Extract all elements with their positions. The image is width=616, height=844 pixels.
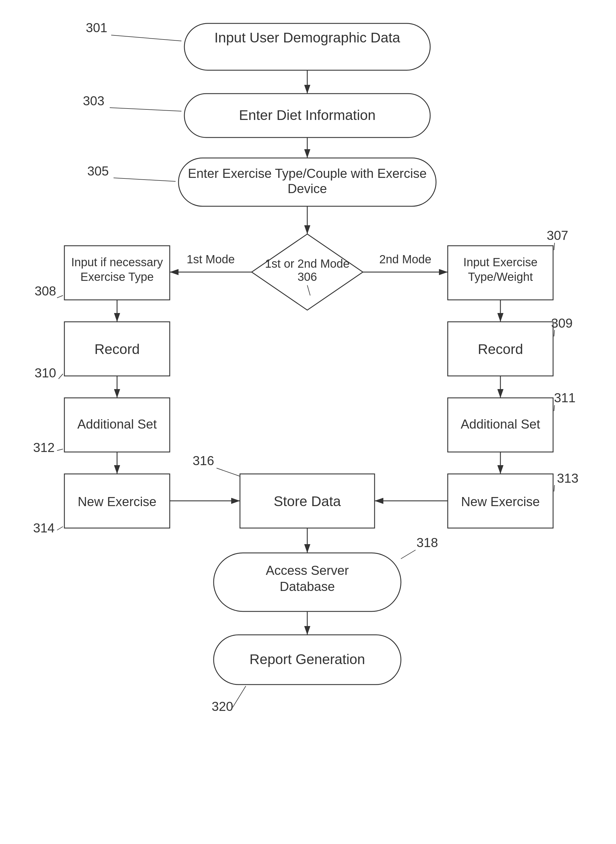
label-305a: Enter Exercise Type/Couple with Exercise bbox=[188, 166, 427, 180]
svg-line-6 bbox=[114, 178, 176, 182]
ref-314: 314 bbox=[33, 521, 54, 535]
label-320: Report Generation bbox=[249, 652, 365, 667]
svg-line-18 bbox=[554, 330, 554, 336]
label-311: Additional Set bbox=[461, 417, 540, 431]
ref-318: 318 bbox=[417, 535, 438, 550]
node-305: Enter Exercise Type/Couple with Exercise… bbox=[87, 158, 436, 206]
ref-311: 311 bbox=[554, 391, 575, 405]
label-303: Enter Diet Information bbox=[239, 107, 376, 123]
node-318: Access Server Database 318 bbox=[214, 535, 438, 611]
node-308: Input if necessary Exercise Type 308 bbox=[35, 246, 170, 300]
label-mode2: 2nd Mode bbox=[379, 253, 431, 266]
node-311: Additional Set 311 bbox=[448, 391, 576, 452]
label-316: Store Data bbox=[274, 494, 341, 509]
label-318: Database bbox=[280, 579, 335, 593]
ref-320: 320 bbox=[211, 699, 233, 714]
label-306a: 1st or 2nd Mode bbox=[265, 257, 349, 270]
svg-line-24 bbox=[57, 527, 63, 530]
ref-309: 309 bbox=[551, 316, 572, 330]
svg-text:Input Exercise: Input Exercise bbox=[463, 256, 537, 268]
svg-line-33 bbox=[233, 686, 246, 708]
node-307: Input Exercise Type/Weight 307 bbox=[448, 228, 568, 300]
node-303: Enter Diet Information 303 bbox=[83, 94, 430, 138]
svg-line-11 bbox=[57, 296, 63, 298]
ref-310: 310 bbox=[35, 366, 56, 380]
node-309: Record 309 bbox=[448, 316, 573, 376]
label-mode1: 1st Mode bbox=[187, 253, 235, 266]
ref-316: 316 bbox=[192, 453, 214, 468]
label-314: New Exercise bbox=[78, 494, 157, 509]
ref-312: 312 bbox=[33, 440, 54, 454]
label-305b: Device bbox=[287, 182, 327, 196]
ref-305: 305 bbox=[87, 164, 109, 178]
svg-line-20 bbox=[57, 449, 63, 451]
ref-301: 301 bbox=[86, 21, 107, 35]
node-306: 1st or 2nd Mode 306 bbox=[252, 234, 363, 310]
svg-line-26 bbox=[554, 485, 554, 491]
node-312: Additional Set 312 bbox=[33, 398, 170, 454]
svg-line-2 bbox=[111, 35, 182, 41]
label-310: Record bbox=[94, 341, 140, 357]
svg-line-14 bbox=[554, 243, 554, 250]
label-307: Type/Weight bbox=[468, 270, 533, 283]
svg-text:Input if necessary: Input if necessary bbox=[71, 256, 163, 268]
label-312: Additional Set bbox=[77, 417, 157, 431]
svg-line-31 bbox=[401, 550, 415, 559]
label-313: New Exercise bbox=[461, 494, 540, 509]
label-309: Record bbox=[478, 341, 523, 357]
node-313: New Exercise 313 bbox=[448, 471, 579, 528]
node-314: New Exercise 314 bbox=[33, 474, 170, 535]
label-308: Exercise Type bbox=[81, 270, 154, 283]
ref-303: 303 bbox=[83, 94, 104, 108]
node-320: Report Generation 320 bbox=[211, 635, 401, 714]
svg-text:Access Server: Access Server bbox=[266, 563, 349, 577]
node-301: Input User Demographic Data 301 bbox=[86, 21, 430, 70]
ref-313: 313 bbox=[557, 471, 578, 485]
diagram-container: Input User Demographic Data 301 Enter Di… bbox=[0, 0, 616, 844]
svg-line-4 bbox=[110, 108, 182, 111]
ref-306: 306 bbox=[298, 270, 317, 283]
ref-307: 307 bbox=[547, 228, 568, 243]
node-316: Store Data 316 bbox=[192, 453, 375, 528]
label-301: Input User Demographic Data bbox=[214, 30, 400, 45]
svg-line-28 bbox=[217, 468, 240, 476]
svg-line-16 bbox=[59, 374, 63, 379]
ref-308: 308 bbox=[35, 284, 56, 298]
svg-line-22 bbox=[554, 405, 554, 411]
node-310: Record 310 bbox=[35, 322, 170, 380]
